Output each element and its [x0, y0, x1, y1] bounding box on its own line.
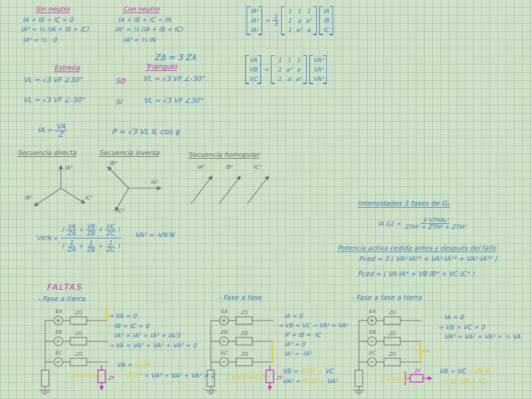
faltas-title: FALTAS: [46, 282, 82, 292]
impedance-label: ZG: [240, 351, 248, 357]
phasor-label: IC²: [117, 208, 125, 214]
con-neutro-title: Con neutro: [123, 5, 159, 13]
fault1-mixed-line1: VA = IA·ZF: [117, 361, 150, 370]
impedance-label: ZG: [388, 310, 396, 316]
fault1-notes: → VA = 0 IB = IC = 0 IA⁰ = IA¹ = IA² = I…: [108, 312, 196, 349]
source-label: EC: [221, 350, 228, 356]
z-delta-relation: ZΔ = 3 Zλ: [154, 53, 196, 63]
phasor-label: IB⁰: [225, 164, 233, 170]
ohm-law-formula: IA = VAZ: [38, 123, 66, 138]
phasor-label: IA⁰: [197, 164, 205, 170]
formula: IA⁰ = ⅓ (IA + IB + IC): [21, 26, 88, 34]
phasor-label: IB²: [109, 160, 117, 166]
potencia-title: Potencia activa cedida antes y después d…: [338, 244, 496, 252]
source-label: EC: [55, 350, 63, 356]
source-label: EB: [369, 329, 376, 335]
phasor-label: IA²: [151, 179, 159, 185]
phasor-diagram-directa: IA¹ IB¹ IC¹: [22, 158, 100, 215]
formula: VL = √3 VF ∠-30°: [23, 96, 85, 105]
phasor-label: IB¹: [24, 194, 32, 201]
fault1-heading: - Fase a tierra.: [38, 295, 87, 304]
formula: VL = √3 VF ∠30°: [23, 76, 82, 85]
seq-directa-title: Secuencia directa: [18, 149, 77, 157]
notebook-page: Sin neutro IA + IB + IC = 0 IA⁰ = ⅓ (IA …: [0, 0, 532, 399]
formula: Pced = ( VA·IA* + VB·IB* + VC·IC* ): [358, 270, 474, 278]
fault3-mixed-line2: = ZF (IB + IC): [443, 378, 487, 386]
source-label: EB: [221, 329, 228, 335]
vector-rhs: VA⁰ VA¹ VA²: [309, 55, 327, 84]
impedance-label: ZG: [388, 351, 396, 357]
zf-label: ZF: [108, 375, 115, 381]
voltage-components-matrix: VA VB VC = 111 1a²a 1aa² VA⁰ VA¹ VA²: [245, 55, 327, 84]
fault3-notes: IA = 0 → VB = VC = 0 VA⁰ = VA¹ = VA² = ⅓…: [438, 314, 520, 341]
formula: IA + IB + IC = 0: [23, 16, 73, 24]
current-components-matrix: IA⁰ IA¹ IA² = 1 3 111 1aa² 1a²a IA IB IC: [247, 6, 333, 35]
formula: VL = √3 VF ∠30°: [144, 97, 203, 105]
source-label: EC: [369, 350, 376, 356]
formula: VL = √3 VF ∠-30°: [143, 75, 205, 83]
power-formula: P = √3 VL IL cos φ: [112, 127, 180, 137]
triangulo-heading: Triángulo: [146, 63, 177, 72]
sd-label: SD: [115, 77, 125, 86]
fault-mark: [420, 341, 429, 362]
fault2-mixed-line2: VA¹ = IF·ZF + VA²: [282, 378, 338, 386]
sin-neutro-title: Sin neutro: [36, 5, 70, 13]
formula: Pced = 3 ( VA⁰·IA⁰* + VA¹·IA¹* + VA²·IA²…: [359, 255, 496, 263]
seq-inversa-title: Secuencia inversa: [99, 149, 159, 157]
zf-label: ZF: [414, 368, 421, 374]
transform-matrix: 111 1a²a 1aa²: [271, 55, 307, 84]
change-note: CAMBIADO: [226, 374, 265, 382]
intensidades-title: Intensidades 3 fases de G₂: [358, 200, 450, 208]
formula: IA + IB + IC = IN: [118, 16, 171, 24]
impedance-label: ZG: [240, 331, 248, 336]
vector-lhs: VA VB VC: [245, 55, 261, 84]
source-label: EA: [221, 309, 228, 314]
impedance-label: ZG: [75, 351, 82, 357]
source-label: EA: [55, 309, 62, 314]
formula: IA⁰ = ⅓ IN: [123, 36, 156, 45]
impedance-label: ZG: [75, 331, 82, 336]
phasor-diagram-homopolar: IA⁰ IB⁰ IC⁰: [183, 159, 277, 209]
equals: =: [263, 66, 269, 73]
phasor-label: IC¹: [85, 194, 92, 201]
seq-homopolar-title: Secuencia homopolar: [188, 151, 260, 159]
equals: =: [265, 17, 270, 24]
fault3-heading: - Fase a fase a tierra: [351, 294, 422, 302]
change-note: cambio: [381, 375, 408, 383]
fault2-notes: IA = 0 → VB = VC → VA¹ = VA² IF = IB = -…: [278, 312, 348, 357]
change-note: cambiado: [66, 372, 102, 380]
impedance-label: ZG: [240, 310, 248, 316]
estrella-heading: Estrella: [54, 64, 80, 73]
formula: IA⁰ = ⅓ (IA + IB + IC): [115, 26, 183, 34]
phasor-label: IC⁰: [253, 164, 262, 170]
vector-lhs: IA⁰ IA¹ IA²: [247, 6, 262, 35]
phasor-diagram-inversa: IB² IA² IC²: [94, 158, 173, 215]
source-label: EB: [55, 329, 62, 335]
neutral-shift-formula: VN'N = ( VAZA + VBZB + VCZC ) ( 1ZA + 1Z…: [36, 223, 121, 253]
one-third-factor: 1 3: [272, 14, 279, 27]
iag2-formula: IA G2 = 3 VTHA₂'ZTH⁰ + ZTH¹ + ZTH²: [378, 217, 467, 230]
impedance-label: ZG: [388, 331, 396, 336]
fault2-mixed-line1: VB = IF·ZF + VC: [282, 368, 334, 376]
vector-rhs: IA IB IC: [319, 6, 332, 35]
phasor-label: IA¹: [65, 164, 72, 171]
fault3-mixed-line1: VB = VC = ZF·IF: [439, 368, 491, 376]
va0-note: VA⁰ = -VN'N: [135, 231, 174, 239]
impedance-label: ZG: [75, 310, 82, 316]
source-label: EA: [369, 309, 376, 314]
fault2-heading: - Fase a fase: [218, 294, 262, 302]
formula: IA⁰ = ⅓ · 0: [23, 36, 56, 45]
si-label: SI: [115, 98, 122, 107]
transform-matrix: 111 1aa² 1a²a: [281, 6, 317, 35]
